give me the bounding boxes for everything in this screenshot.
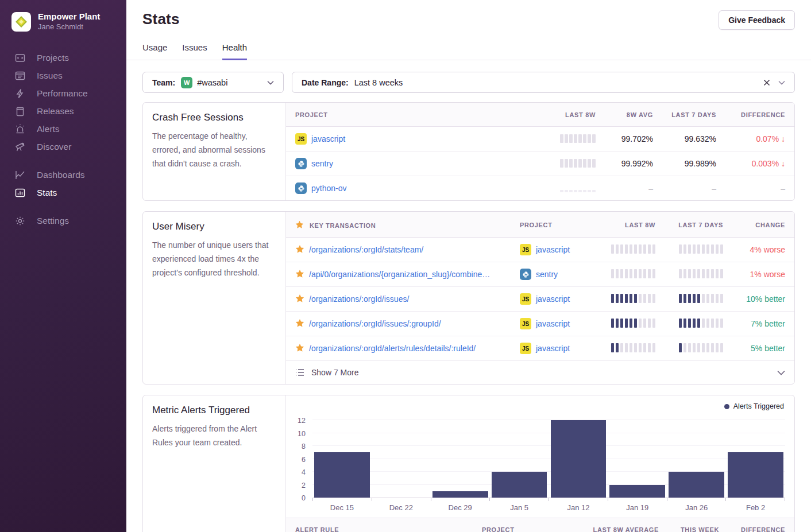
sidebar-item-alerts[interactable]: Alerts xyxy=(0,120,126,138)
panel-description: Crash Free Sessions The percentage of he… xyxy=(143,103,286,200)
chevron-down-icon xyxy=(777,370,785,375)
arrow-down-icon: ↓ xyxy=(781,159,785,168)
chevron-down-icon xyxy=(266,79,275,86)
column-header-project: Project xyxy=(286,103,536,127)
avg-value: 99.992% xyxy=(605,152,662,176)
column-header-8w-avg: 8w Avg xyxy=(605,103,662,127)
metric-alerts-panel: Metric Alerts Triggered Alerts triggered… xyxy=(142,395,795,532)
projects-icon xyxy=(15,53,25,63)
project-link[interactable]: sentry xyxy=(536,270,558,279)
give-feedback-button[interactable]: Give Feedback xyxy=(719,10,795,30)
project-link[interactable]: javascript xyxy=(536,319,570,328)
table-row: python-ov – – – xyxy=(286,176,794,201)
project-link[interactable]: javascript xyxy=(536,245,570,254)
chart-x-tick-label: Jan 5 xyxy=(490,503,549,512)
project-link[interactable]: python-ov xyxy=(311,184,346,193)
chart-bar xyxy=(372,421,431,498)
key-transaction-star[interactable] xyxy=(295,269,304,280)
chevron-down-icon[interactable] xyxy=(777,79,786,86)
tab-issues[interactable]: Issues xyxy=(182,42,207,60)
chart-bar xyxy=(667,421,726,498)
difference-value: 0.07% ↓ xyxy=(725,127,794,152)
clear-icon[interactable] xyxy=(762,78,771,87)
sidebar-item-settings[interactable]: Settings xyxy=(0,212,126,230)
show-more-button[interactable]: Show 7 More xyxy=(286,360,794,384)
panel-text: Alerts triggered from the Alert Rules yo… xyxy=(152,422,276,449)
chart-legend[interactable]: Alerts Triggered xyxy=(286,402,784,410)
org-name: Empower Plant xyxy=(38,11,100,22)
sidebar-item-performance[interactable]: Performance xyxy=(0,84,126,102)
app-window: Empower Plant Jane Schmidt Projects Issu… xyxy=(0,0,811,532)
key-transaction-star[interactable] xyxy=(295,244,304,255)
sidebar: Empower Plant Jane Schmidt Projects Issu… xyxy=(0,0,126,532)
python-platform-icon xyxy=(295,182,307,194)
column-header-this-week: This Week xyxy=(668,518,728,532)
sidebar-item-discover[interactable]: Discover xyxy=(0,138,126,156)
date-range-label: Date Range: xyxy=(302,78,349,87)
metric-alerts-chart-section: Alerts Triggered 024681012 Dec 15Dec 22D… xyxy=(286,395,794,532)
org-switcher[interactable]: Empower Plant Jane Schmidt xyxy=(0,11,126,32)
table-row: JSjavascript 99.702% 99.632% 0.07% ↓ xyxy=(286,127,794,152)
sidebar-item-label: Settings xyxy=(37,216,69,226)
dashboards-icon xyxy=(15,170,25,180)
sidebar-item-releases[interactable]: Releases xyxy=(0,102,126,120)
sidebar-item-label: Dashboards xyxy=(37,170,85,180)
project-link[interactable]: sentry xyxy=(311,159,333,168)
sidebar-item-issues[interactable]: Issues xyxy=(0,67,126,84)
table-row: /organizations/:orgId/issues/:groupId/ J… xyxy=(286,312,794,336)
settings-icon xyxy=(15,216,25,226)
team-select-value: #wasabi xyxy=(197,78,227,87)
column-header-difference: Difference xyxy=(725,103,794,127)
transaction-link[interactable]: /api/0/organizations/{organization_slug}… xyxy=(309,270,490,279)
arrow-down-icon: ↓ xyxy=(781,134,785,143)
chart-x-tick-label: Dec 22 xyxy=(372,503,431,512)
page-header: Stats Give Feedback Usage Issues Health xyxy=(126,0,811,60)
user-misery-panel: User Misery The number of unique users t… xyxy=(142,211,795,385)
avg-value: 99.702% xyxy=(605,127,662,152)
misery-score-bars xyxy=(679,244,723,254)
tab-usage[interactable]: Usage xyxy=(142,42,167,60)
gem-icon xyxy=(14,14,29,29)
sidebar-item-dashboards[interactable]: Dashboards xyxy=(0,166,126,184)
star-icon xyxy=(295,220,304,229)
column-header-last8w: Last 8w xyxy=(536,103,605,127)
chart-bar xyxy=(431,421,490,498)
misery-score-bars xyxy=(679,318,723,328)
tab-bar: Usage Issues Health xyxy=(142,42,795,60)
project-link[interactable]: javascript xyxy=(311,134,345,143)
issues-icon xyxy=(15,71,25,81)
project-link[interactable]: javascript xyxy=(536,344,570,353)
date-range-select[interactable]: Date Range: Last 8 weeks xyxy=(292,72,795,93)
transaction-link[interactable]: /organizations/:orgId/stats/team/ xyxy=(309,245,423,254)
key-transaction-star[interactable] xyxy=(295,294,304,305)
tab-health[interactable]: Health xyxy=(222,42,247,60)
misery-score-bars xyxy=(679,343,723,352)
sidebar-item-label: Stats xyxy=(37,188,57,198)
javascript-platform-icon: JS xyxy=(295,133,307,145)
table-row: sentry 99.992% 99.989% 0.003% ↓ xyxy=(286,152,794,176)
table-row: /api/0/organizations/{organization_slug}… xyxy=(286,262,794,287)
transaction-link[interactable]: /organizations/:orgId/issues/ xyxy=(309,294,409,304)
javascript-platform-icon: JS xyxy=(520,343,531,354)
date-range-value: Last 8 weeks xyxy=(354,78,403,87)
user-name: Jane Schmidt xyxy=(38,22,100,32)
sidebar-item-stats[interactable]: Stats xyxy=(0,184,126,201)
sidebar-item-label: Issues xyxy=(37,71,63,81)
javascript-platform-icon: JS xyxy=(520,318,531,329)
alert-rule-table-header: Alert Rule Project Last 8w Average This … xyxy=(286,518,794,532)
transaction-link[interactable]: /organizations/:orgId/alerts/rules/detai… xyxy=(309,344,476,353)
key-transaction-star[interactable] xyxy=(295,319,304,329)
team-select[interactable]: Team: W #wasabi xyxy=(142,72,284,93)
transaction-link[interactable]: /organizations/:orgId/issues/:groupId/ xyxy=(309,319,441,328)
key-transaction-star[interactable] xyxy=(295,343,304,354)
chart-x-tick-label: Feb 2 xyxy=(726,503,785,512)
stats-icon xyxy=(15,188,25,198)
python-platform-icon xyxy=(520,269,531,280)
change-value: 4% worse xyxy=(732,238,794,262)
sidebar-item-projects[interactable]: Projects xyxy=(0,49,126,67)
chart-x-tick-label: Jan 12 xyxy=(549,503,608,512)
project-link[interactable]: javascript xyxy=(536,294,570,304)
sparkline xyxy=(560,134,596,143)
crash-free-table: Project Last 8w 8w Avg Last 7 Days Diffe… xyxy=(286,103,794,200)
misery-score-bars xyxy=(611,293,655,303)
